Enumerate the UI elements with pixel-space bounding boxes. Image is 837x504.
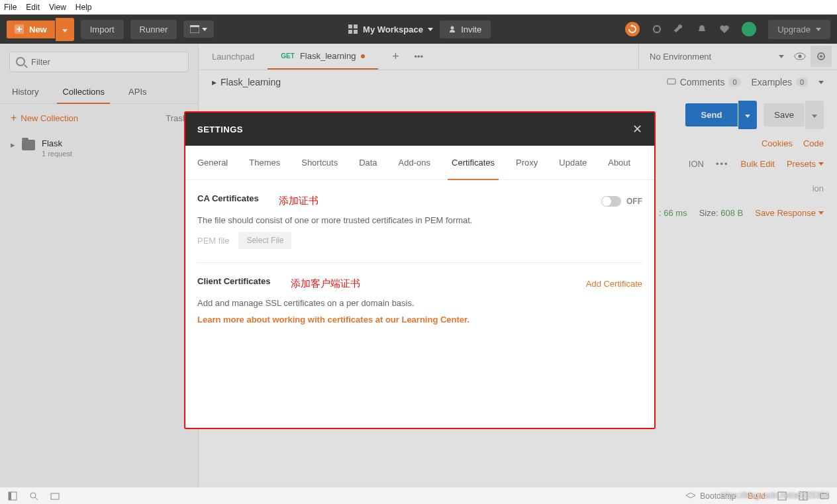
svg-point-3 (654, 26, 660, 32)
tab-apis[interactable]: APIs (117, 80, 158, 103)
presets-button[interactable]: Presets (787, 159, 824, 169)
comments-button[interactable]: Comments0 (667, 77, 741, 87)
settings-tab-about[interactable]: About (608, 146, 630, 179)
header-suffix: ION (689, 159, 704, 169)
menu-help[interactable]: Help (75, 3, 92, 12)
collection-name: Flask (42, 138, 72, 148)
add-certificate-link[interactable]: Add Certificate (586, 279, 642, 289)
comment-icon (667, 78, 676, 86)
tab-request[interactable]: GET Flask_learning (268, 44, 378, 70)
settings-tab-data[interactable]: Data (359, 146, 377, 179)
filter-input[interactable] (9, 52, 189, 72)
find-icon[interactable] (29, 491, 38, 501)
window-icon (190, 25, 199, 33)
select-file-button[interactable]: Select File (238, 232, 291, 249)
window-button[interactable] (183, 21, 214, 38)
breadcrumb: ▸Flask_learning (212, 77, 281, 87)
settings-tab-themes[interactable]: Themes (249, 146, 280, 179)
unsaved-dot-icon (361, 54, 365, 58)
settings-tab-addons[interactable]: Add-ons (399, 146, 430, 179)
save-button[interactable]: Save (763, 103, 805, 126)
chevron-right-icon: ▸ (212, 77, 217, 87)
top-toolbar: New Import Runner My Workspace Invite Up… (0, 15, 837, 44)
runner-button[interactable]: Runner (130, 20, 177, 39)
more-button[interactable]: ••• (716, 159, 729, 169)
chevron-down-icon (428, 28, 433, 31)
workspace-selector[interactable]: My Workspace (348, 25, 433, 34)
new-dropdown[interactable] (56, 18, 74, 41)
import-button[interactable]: Import (81, 20, 124, 39)
ca-toggle[interactable]: OFF (601, 196, 642, 207)
learn-more-link[interactable]: Learn more about working with certificat… (197, 315, 642, 325)
chevron-down-icon (816, 28, 821, 31)
bulk-edit-link[interactable]: Bulk Edit (741, 159, 775, 169)
toggle-state-label: OFF (626, 197, 642, 206)
svg-point-7 (820, 55, 822, 58)
ca-description: The file should consist of one or more t… (197, 215, 642, 225)
wrench-icon[interactable] (674, 24, 685, 34)
settings-tab-proxy[interactable]: Proxy (516, 146, 538, 179)
settings-tab-certificates[interactable]: Certificates (452, 146, 495, 179)
invite-button[interactable]: Invite (440, 21, 491, 38)
send-dropdown[interactable] (738, 101, 757, 129)
svg-line-12 (35, 497, 38, 500)
console-icon[interactable] (50, 491, 60, 501)
tab-history[interactable]: History (0, 80, 50, 103)
chevron-right-icon: ▸ (11, 140, 15, 150)
new-tab-button[interactable]: + (383, 45, 407, 69)
annotation-ca: 添加证书 (279, 195, 319, 207)
chevron-down-icon (818, 211, 824, 215)
environment-select[interactable]: No Environment (644, 52, 779, 62)
collection-item[interactable]: ▸ Flask 1 request (0, 132, 198, 164)
settings-tab-shortcuts[interactable]: Shortcuts (301, 146, 338, 179)
client-certificates-title: Client Certificates (197, 276, 271, 286)
menu-file[interactable]: File (4, 3, 17, 12)
chevron-down-icon (202, 28, 207, 31)
settings-tab-update[interactable]: Update (559, 146, 587, 179)
eye-icon (794, 52, 806, 60)
tab-launchpad[interactable]: Launchpad (199, 44, 268, 70)
size-label: Size: 608 B (699, 208, 744, 218)
settings-tabs: General Themes Shortcuts Data Add-ons Ce… (185, 146, 654, 180)
send-button[interactable]: Send (685, 103, 738, 126)
settings-tab-general[interactable]: General (197, 146, 228, 179)
menu-edit[interactable]: Edit (26, 3, 40, 12)
svg-rect-1 (190, 25, 199, 27)
environment-selector-row: No Environment (638, 44, 837, 69)
tab-overflow-button[interactable]: ••• (407, 52, 430, 62)
folder-icon (22, 140, 35, 150)
code-link[interactable]: Code (803, 138, 824, 148)
satellite-icon[interactable] (652, 24, 662, 34)
new-button[interactable]: New (7, 21, 55, 38)
save-dropdown[interactable] (805, 101, 824, 129)
modal-title: SETTINGS (197, 125, 243, 134)
environment-settings-button[interactable] (811, 46, 832, 67)
svg-rect-10 (9, 492, 11, 500)
cookies-link[interactable]: Cookies (762, 138, 793, 148)
chevron-down-icon (745, 115, 750, 118)
client-description: Add and manage SSL certificates on a per… (197, 298, 642, 308)
upgrade-button[interactable]: Upgrade (768, 20, 830, 39)
heart-icon[interactable] (719, 24, 730, 34)
environment-preview-button[interactable] (789, 46, 811, 67)
person-plus-icon (449, 25, 457, 33)
close-button[interactable]: ✕ (632, 122, 642, 136)
bell-icon[interactable] (697, 24, 707, 34)
sidebar-toggle-icon[interactable] (8, 491, 17, 501)
annotation-client: 添加客户端证书 (291, 277, 360, 290)
tab-collections[interactable]: Collections (50, 80, 117, 103)
chevron-down-icon (779, 55, 784, 58)
menu-view[interactable]: View (49, 3, 66, 12)
new-collection-button[interactable]: +New Collection (11, 112, 78, 124)
sync-icon[interactable] (625, 22, 640, 36)
ca-certificates-title: CA Certificates (197, 193, 259, 203)
collection-subtitle: 1 request (42, 150, 72, 158)
avatar[interactable] (742, 22, 756, 36)
pem-file-label: PEM file (197, 236, 229, 246)
toggle-icon (601, 196, 621, 207)
examples-button[interactable]: Examples0 (752, 77, 824, 87)
save-response-button[interactable]: Save Response (755, 208, 824, 218)
svg-point-2 (451, 26, 454, 30)
sidebar-tabs: History Collections APIs (0, 80, 198, 104)
svg-rect-8 (667, 79, 675, 84)
